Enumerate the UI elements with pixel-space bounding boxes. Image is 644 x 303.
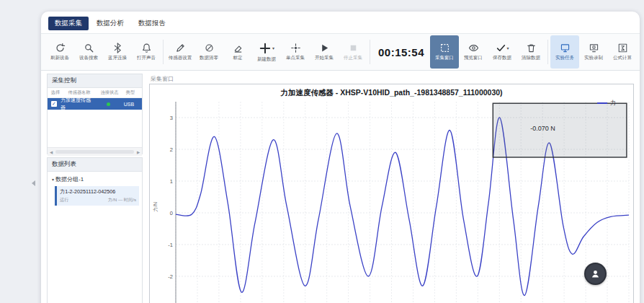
collapse-sidebar-arrow[interactable] [32, 180, 35, 186]
formula-calc-button[interactable]: 公式计算 [608, 35, 637, 69]
data-record-status: 运行 [60, 197, 68, 203]
legend-series-name: 力 [610, 99, 616, 107]
search-devices-button[interactable]: 设备搜索 [74, 35, 103, 69]
data-group-row[interactable]: ▾数据分组-1 [48, 172, 142, 185]
collect-window-label: 采集窗口 [151, 75, 174, 83]
experiment-tasks-button[interactable]: 实验任务 [550, 35, 579, 69]
column-sensor-name: 传感器名称 [62, 89, 97, 96]
button-label: 清除数据 [522, 55, 540, 61]
y-tick-label: -2 [168, 273, 173, 280]
sensor-type: USB [121, 102, 137, 107]
bell-icon [141, 43, 152, 53]
data-record-axes: 力/N — 时间/s [108, 197, 136, 203]
sensor-name: 力加速度传感器 [61, 97, 95, 111]
selection-value-label: -0.070 N [530, 125, 555, 132]
collect-control-header: 采集控制 [48, 74, 142, 88]
record-screen-icon [589, 43, 599, 53]
sensor-settings-button[interactable]: 传感器设置 [166, 35, 194, 69]
y-tick-label: 3 [170, 115, 173, 121]
refresh-icon [55, 43, 66, 53]
data-group-label: 数据分组-1 [55, 176, 84, 183]
tab-data-report[interactable]: 数据报告 [132, 17, 172, 30]
save-data-button[interactable]: ▾ 保存数据 [488, 35, 516, 69]
trash-icon [526, 43, 537, 53]
button-label: 实验任务 [555, 55, 574, 61]
y-tick-label: -1 [168, 242, 173, 248]
button-label: 新建数据 [257, 56, 276, 63]
single-sample-button[interactable]: 单点采集 [281, 35, 310, 69]
stop-collect-button[interactable]: 停止采集 [339, 35, 367, 69]
start-collect-button[interactable]: 开始采集 [310, 35, 339, 69]
status-dot [107, 102, 110, 106]
y-tick-label: 2 [170, 146, 173, 153]
toolbar: 刷新设备 设备搜索 蓝牙连接 打开声音 传感器设置 数据清零 标定 [41, 33, 640, 71]
tab-data-analysis[interactable]: 数据分析 [90, 17, 130, 30]
new-data-button[interactable]: ▾ 新建数据 [252, 35, 281, 69]
button-label: 单点采集 [286, 55, 305, 61]
data-zero-button[interactable]: 数据清零 [194, 35, 223, 69]
toolbar-separator [370, 40, 370, 64]
selection-region[interactable] [493, 103, 627, 157]
eraser-icon [233, 43, 243, 53]
toolbar-separator [163, 40, 164, 64]
y-axis-label: 力/N [152, 194, 159, 220]
search-icon [84, 43, 94, 53]
button-label: 停止采集 [344, 55, 362, 61]
data-list-header: 数据列表 [48, 158, 142, 172]
eye-icon [468, 43, 479, 53]
monitor-tasks-icon [560, 43, 571, 53]
sound-toggle-button[interactable]: 打开声音 [132, 35, 161, 69]
column-connection-status: 连接状态 [97, 89, 122, 96]
scroll-right-arrow[interactable]: ▶ [135, 150, 142, 154]
crosshair-point-icon [290, 43, 301, 53]
button-label: 预览窗口 [464, 55, 483, 61]
button-label: 刷新设备 [50, 55, 69, 61]
data-list-panel: 数据列表 ▾数据分组-1 力1-2-20251112-042506 运行 力/N… [47, 157, 143, 303]
button-label: 标定 [233, 55, 243, 61]
chevron-down-icon: ▾ [272, 45, 274, 50]
preview-window-button[interactable]: 预览窗口 [459, 35, 488, 69]
scrollbar-track[interactable] [55, 150, 134, 154]
sensor-list-empty-area [48, 110, 142, 147]
app-window: 数据采集 数据分析 数据报告 刷新设备 设备搜索 蓝牙连接 打开声音 传感器设置 [41, 12, 640, 303]
stop-icon [348, 43, 359, 53]
collect-control-panel: 采集控制 选择 传感器名称 连接状态 类型 ✓ 力加速度传感器 USB ◀ ▶ [47, 74, 143, 154]
tree-caret-icon: ▾ [52, 177, 54, 182]
scroll-left-arrow[interactable]: ◀ [48, 150, 55, 154]
button-label: 传感器设置 [169, 55, 192, 61]
calibrate-button[interactable]: 标定 [223, 35, 252, 69]
column-select: 选择 [49, 89, 62, 96]
button-label: 实验录制 [584, 55, 603, 61]
zero-slash-icon [204, 43, 215, 53]
tab-data-collection[interactable]: 数据采集 [48, 17, 89, 30]
refresh-devices-button[interactable]: 刷新设备 [45, 35, 74, 69]
plus-icon [259, 42, 272, 55]
timer-display: 00:15:54 [378, 46, 424, 58]
sensor-row[interactable]: ✓ 力加速度传感器 USB [48, 98, 142, 110]
bluetooth-connect-button[interactable]: 蓝牙连接 [103, 35, 132, 69]
button-label: 公式计算 [613, 55, 632, 61]
data-record-title: 力1-2-20251112-042506 [60, 188, 136, 196]
clear-data-button[interactable]: 清除数据 [516, 35, 545, 69]
collect-window-button[interactable]: 采集窗口 [430, 35, 459, 69]
experiment-record-button[interactable]: 实验录制 [579, 35, 608, 69]
button-label: 打开声音 [137, 55, 156, 61]
person-support-icon [590, 268, 601, 279]
chart-title: 力加速度传感器 - XHSP-V10HID_path_-1981348857_1… [150, 88, 633, 98]
bluetooth-icon [112, 43, 123, 53]
toolbar-separator [547, 40, 548, 64]
button-label: 开始采集 [315, 55, 334, 61]
formula-icon [617, 43, 628, 53]
button-label: 设备搜索 [79, 55, 98, 61]
column-type: 类型 [122, 89, 138, 96]
play-icon [319, 43, 330, 53]
support-button[interactable] [584, 263, 607, 285]
data-record-item[interactable]: 力1-2-20251112-042506 运行 力/N — 时间/s [55, 186, 139, 206]
y-tick-label: 0 [170, 210, 173, 216]
horizontal-scrollbar[interactable]: ◀ ▶ [48, 147, 142, 156]
main-tabbar: 数据采集 数据分析 数据报告 [48, 16, 174, 30]
sensor-checkbox[interactable]: ✓ [51, 101, 57, 107]
chart-plot-area[interactable]: 3210-1-2-0.070 N [150, 84, 635, 303]
y-tick-label: 1 [170, 178, 173, 185]
button-label: 数据清零 [200, 55, 218, 61]
